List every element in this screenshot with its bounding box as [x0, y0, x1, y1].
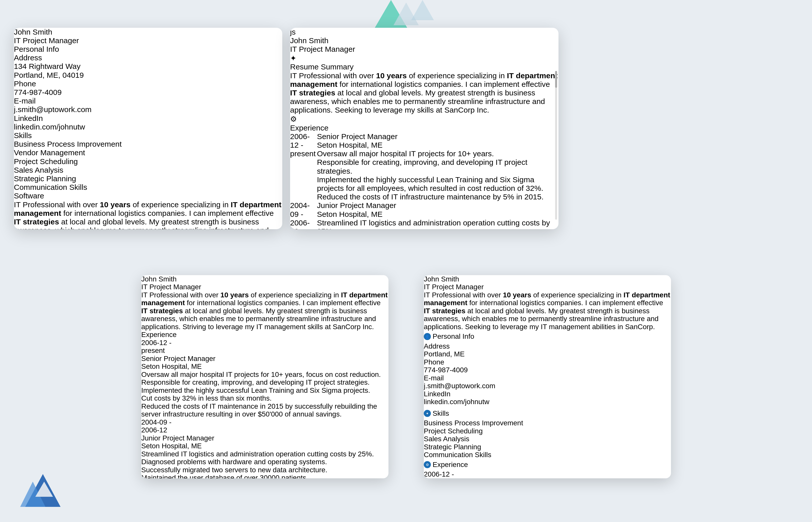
summary: IT Professional with over 10 years of ex… [14, 200, 282, 229]
linkedin-val: linkedin.com/johnutw [424, 398, 671, 406]
address-line2: Portland, ME, 04019 [14, 71, 282, 80]
summary: IT Professional with over 10 years of ex… [290, 72, 559, 115]
email-label: E-mail [14, 97, 282, 105]
skill-6: Communication Skills [14, 183, 282, 192]
skills-title: Skills [433, 409, 449, 418]
exp-entry-2: 2004-09 - 2006-12 Junior Project Manager… [290, 201, 559, 229]
addr-label: Address [424, 342, 671, 350]
resume-card-1: John Smith IT Project Manager Personal I… [14, 28, 282, 229]
address-label: Address [14, 54, 282, 62]
col-experience: ⚙ Experience 2006-12 -present Senior Pro… [424, 461, 671, 478]
resume-card-2: js John Smith IT Project Manager ✦ Resum… [290, 28, 559, 229]
linkedin-value: linkedin.com/johnutw [14, 123, 282, 131]
exp-entry-1: 2006-12 -present Senior Project Manager … [424, 470, 671, 479]
skill-1: Business Process Improvement [424, 419, 671, 427]
name: John Smith [141, 275, 389, 283]
sidebar: John Smith IT Project Manager Personal I… [14, 28, 282, 200]
name: John Smith [424, 275, 671, 283]
two-col-layout: ✦ Resume Summary IT Professional with ov… [290, 54, 559, 229]
summary: IT Professional with over 10 years of ex… [141, 291, 389, 331]
summary-header: ✦ Resume Summary [290, 54, 559, 72]
skill-4: Strategic Planning [424, 443, 671, 451]
job-title: IT Project Manager [424, 283, 671, 291]
exp-entry-2: 2004-09 -2006-12 Junior Project Manager … [141, 418, 389, 478]
col-personal: 👤 Personal Info Address Portland, ME Pho… [424, 333, 671, 459]
skills-title: Skills [14, 131, 282, 140]
addr-city: Portland, ME [424, 350, 671, 358]
scrollbar-thumb[interactable] [555, 71, 557, 88]
exp-entry-1: 2006-12 - present Senior Project Manager… [290, 132, 559, 201]
skill-2: Project Scheduling [424, 427, 671, 435]
phone-val: 774-987-4009 [424, 366, 671, 374]
experience-icon: ⚙ [290, 115, 559, 124]
summary: IT Professional with over 10 years of ex… [424, 291, 671, 331]
experience-title: Experience [290, 124, 559, 132]
personal-info-title: Personal Info [433, 333, 474, 341]
experience-title: Experience [433, 461, 468, 469]
header: John Smith IT Project Manager [424, 275, 671, 291]
main-content: IT Professional with over 10 years of ex… [14, 200, 282, 229]
avatar: js [290, 28, 559, 36]
linkedin-label: LinkedIn [14, 114, 282, 123]
skill-5: Strategic Planning [14, 175, 282, 183]
email-label: E-mail [424, 374, 671, 382]
skill-4: Sales Analysis [14, 166, 282, 175]
resume-card-4: John Smith IT Project Manager IT Profess… [424, 275, 671, 478]
job-title: IT Project Manager [14, 36, 282, 45]
phone-label: Phone [424, 358, 671, 366]
resume-card-3: John Smith IT Project Manager IT Profess… [141, 275, 389, 478]
left-column: IT Professional with over 10 years of ex… [141, 291, 389, 478]
summary-icon: ✦ [290, 54, 559, 63]
experience-title: Experience [141, 331, 389, 339]
skill-3: Sales Analysis [424, 435, 671, 443]
software-title: Software [14, 192, 282, 200]
experience-header: ⚙ Experience [290, 115, 559, 132]
skill-2: Vendor Management [14, 149, 282, 157]
name: John Smith [290, 36, 559, 45]
header: John Smith IT Project Manager [141, 275, 389, 291]
email-val: j.smith@uptowork.com [424, 382, 671, 390]
skill-1: Business Process Improvement [14, 140, 282, 149]
three-col-layout: 👤 Personal Info Address Portland, ME Pho… [424, 331, 671, 479]
phone-value: 774-987-4009 [14, 88, 282, 97]
job-title: IT Project Manager [141, 283, 389, 291]
linkedin-label: LinkedIn [424, 390, 671, 398]
email-value: j.smith@uptowork.com [14, 105, 282, 114]
address-line1: 134 Rightward Way [14, 62, 282, 71]
summary-title: Resume Summary [290, 63, 559, 72]
name: John Smith [14, 28, 282, 36]
job-title: IT Project Manager [290, 45, 559, 54]
skill-3: Project Scheduling [14, 157, 282, 166]
exp-entry-1: 2006-12 -present Senior Project Manager … [141, 339, 389, 418]
header: js John Smith IT Project Manager [290, 28, 559, 54]
scrollbar[interactable] [555, 71, 557, 220]
personal-info-label: Personal Info [14, 45, 282, 54]
two-col-layout: IT Professional with over 10 years of ex… [141, 291, 389, 478]
phone-label: Phone [14, 80, 282, 88]
skill-5: Communication Skills [424, 451, 671, 459]
left-column: ✦ Resume Summary IT Professional with ov… [290, 54, 559, 229]
